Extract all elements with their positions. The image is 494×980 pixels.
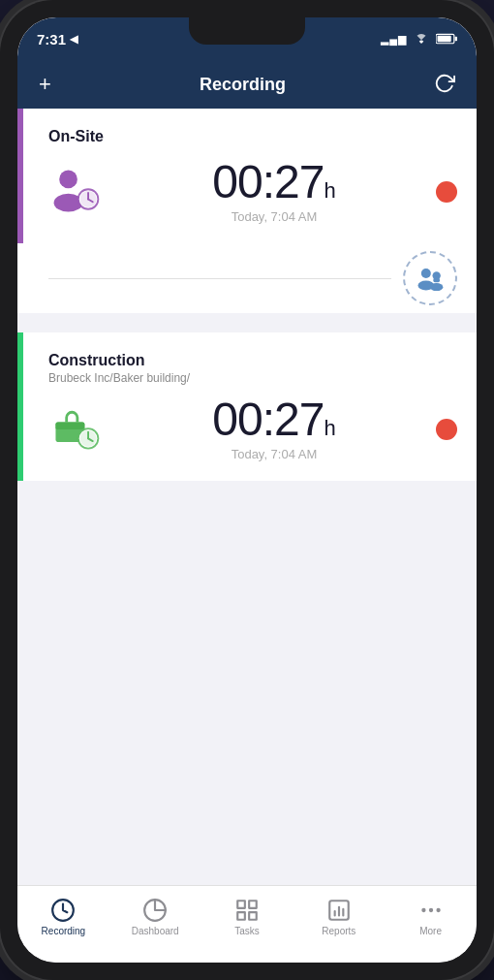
header-title: Recording	[200, 75, 286, 95]
construction-subtitle: Brubeck Inc/Baker building/	[48, 371, 457, 385]
construction-time-value: 00:27	[212, 396, 324, 443]
construction-record-dot[interactable]	[436, 419, 457, 440]
add-button[interactable]: +	[35, 70, 55, 99]
svg-rect-26	[249, 912, 257, 920]
briefcase-clock-icon	[48, 402, 103, 457]
refresh-button[interactable]	[430, 69, 459, 101]
on-site-time-label: Today, 7:04 AM	[112, 209, 436, 224]
construction-section: Construction Brubeck Inc/Baker building/	[17, 332, 477, 481]
construction-time-display: 00:27 h Today, 7:04 AM	[103, 396, 436, 461]
svg-point-10	[421, 269, 431, 278]
svg-point-31	[421, 908, 425, 912]
construction-title: Construction	[48, 352, 457, 369]
on-site-record-dot[interactable]	[436, 181, 457, 203]
svg-rect-24	[249, 901, 257, 908]
battery-icon	[436, 33, 457, 45]
worker-button[interactable]	[403, 251, 457, 305]
svg-rect-14	[433, 278, 440, 282]
signal-icon: ▂▄▆	[381, 33, 407, 46]
divider-row	[17, 243, 477, 313]
on-site-title: On-Site	[48, 128, 457, 145]
construction-time-row: 00:27 h Today, 7:04 AM	[48, 396, 457, 461]
status-time: 7:31 ◀	[37, 31, 77, 47]
nav-label-reports: Reports	[322, 926, 355, 936]
svg-point-33	[436, 908, 440, 912]
svg-rect-1	[455, 37, 457, 42]
nav-item-reports[interactable]: Reports	[293, 894, 385, 940]
bottom-nav: Recording Dashboard Tasks	[17, 885, 477, 963]
svg-rect-23	[237, 901, 245, 908]
svg-point-3	[59, 170, 77, 188]
dashboard-icon	[142, 898, 168, 923]
nav-item-tasks[interactable]: Tasks	[201, 894, 293, 940]
on-site-time-value: 00:27	[212, 159, 324, 205]
construction-time-unit: h	[324, 416, 335, 441]
on-site-time-row: 00:27 h Today, 7:04 AM	[48, 159, 457, 224]
nav-label-more: More	[419, 926, 442, 936]
svg-rect-2	[438, 36, 451, 42]
status-bar: 7:31 ◀ ▂▄▆	[17, 17, 477, 60]
svg-point-13	[430, 283, 443, 291]
nav-label-tasks: Tasks	[234, 926, 260, 936]
bottom-spacer	[17, 481, 477, 510]
nav-label-recording: Recording	[42, 926, 86, 936]
gap-section	[17, 313, 477, 332]
on-site-section: On-Site 00:27	[17, 109, 477, 243]
nav-item-more[interactable]: More	[385, 894, 477, 940]
location-icon: ◀	[70, 33, 77, 46]
nav-label-dashboard: Dashboard	[132, 926, 179, 936]
time-display: 7:31	[37, 31, 66, 47]
screen: 7:31 ◀ ▂▄▆ + Recording	[17, 17, 477, 963]
wifi-icon	[413, 33, 430, 46]
svg-rect-25	[237, 912, 245, 920]
more-icon	[418, 898, 444, 923]
nav-item-recording[interactable]: Recording	[17, 894, 109, 940]
main-content: On-Site 00:27	[17, 109, 477, 885]
tasks-icon	[234, 898, 260, 923]
app-header: + Recording	[17, 60, 477, 109]
on-site-time-unit: h	[324, 178, 335, 204]
status-icons: ▂▄▆	[381, 33, 457, 46]
reports-icon	[326, 898, 352, 923]
notch	[189, 17, 305, 45]
svg-rect-16	[55, 422, 84, 428]
on-site-time-display: 00:27 h Today, 7:04 AM	[103, 159, 436, 224]
divider-line	[48, 278, 391, 279]
person-clock-icon	[48, 165, 103, 219]
clock-icon	[50, 898, 76, 923]
construction-time-label: Today, 7:04 AM	[112, 447, 436, 461]
svg-point-32	[428, 908, 432, 912]
phone-shell: 7:31 ◀ ▂▄▆ + Recording	[0, 0, 494, 980]
nav-item-dashboard[interactable]: Dashboard	[109, 894, 201, 940]
